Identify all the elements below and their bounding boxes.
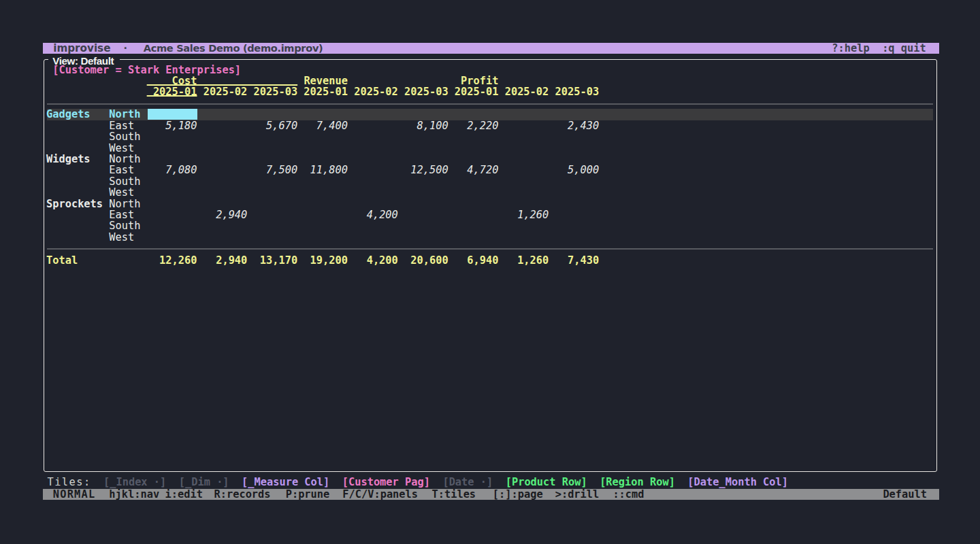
value-cell[interactable] xyxy=(297,175,348,188)
value-cell[interactable] xyxy=(549,108,599,120)
value-cell[interactable]: 7,500 xyxy=(247,164,297,176)
value-cell[interactable] xyxy=(197,175,248,188)
value-cell[interactable] xyxy=(247,108,297,120)
value-cell[interactable] xyxy=(498,186,549,199)
value-cell[interactable] xyxy=(398,220,448,232)
table-row[interactable]: South xyxy=(46,131,599,142)
value-cell[interactable]: 5,670 xyxy=(247,120,297,132)
value-cell[interactable] xyxy=(348,220,398,232)
month-column-header[interactable]: 2025-03 xyxy=(247,86,297,98)
table-row[interactable]: West xyxy=(46,187,599,198)
value-cell[interactable]: 7,080 xyxy=(147,164,197,176)
value-cell[interactable] xyxy=(197,231,248,243)
value-cell[interactable] xyxy=(398,175,448,188)
value-cell[interactable] xyxy=(448,175,499,188)
value-cell[interactable] xyxy=(498,198,549,210)
month-column-header[interactable]: 2025-01 xyxy=(448,86,499,98)
value-cell[interactable] xyxy=(398,209,448,221)
value-cell[interactable]: 8,100 xyxy=(398,120,448,132)
value-cell[interactable] xyxy=(549,231,599,243)
value-cell[interactable] xyxy=(147,142,197,154)
value-cell[interactable] xyxy=(297,186,348,199)
table-row[interactable]: South xyxy=(46,176,599,187)
value-cell[interactable] xyxy=(147,186,197,199)
value-cell[interactable] xyxy=(247,231,297,243)
value-cell[interactable]: 1,260 xyxy=(498,209,549,221)
value-cell[interactable] xyxy=(448,198,499,210)
value-cell[interactable] xyxy=(549,209,599,221)
table-row[interactable]: Gadgets North xyxy=(46,109,599,120)
table-row[interactable]: Widgets North xyxy=(46,154,599,165)
value-cell[interactable]: 5,180 xyxy=(147,120,197,132)
tile-customer[interactable]: [Customer Pag] xyxy=(342,476,430,488)
value-cell[interactable]: 4,720 xyxy=(448,164,499,176)
value-cell[interactable] xyxy=(197,186,248,199)
value-cell[interactable] xyxy=(297,198,348,210)
value-cell[interactable] xyxy=(147,209,197,221)
value-cell[interactable] xyxy=(147,231,197,243)
value-cell[interactable] xyxy=(448,108,499,120)
value-cell[interactable] xyxy=(348,142,398,154)
value-cell[interactable] xyxy=(498,175,549,188)
value-cell[interactable] xyxy=(398,153,448,165)
value-cell[interactable] xyxy=(498,231,549,243)
table-row[interactable]: East 7,080 7,500 11,800 12,500 4,720 5,0… xyxy=(46,165,599,175)
value-cell[interactable] xyxy=(498,108,549,120)
value-cell[interactable] xyxy=(197,131,248,143)
value-cell[interactable] xyxy=(197,164,248,176)
value-cell[interactable] xyxy=(247,198,297,210)
month-column-header[interactable]: 2025-01 xyxy=(297,86,348,98)
value-cell[interactable] xyxy=(147,108,197,120)
value-cell[interactable] xyxy=(247,142,297,154)
value-cell[interactable] xyxy=(398,231,448,243)
value-cell[interactable] xyxy=(348,120,398,132)
value-cell[interactable] xyxy=(197,120,248,132)
value-cell[interactable] xyxy=(247,186,297,199)
value-cell[interactable]: 2,430 xyxy=(549,120,599,132)
tile-_dim[interactable]: [_Dim ·] xyxy=(179,476,229,488)
value-cell[interactable] xyxy=(549,198,599,210)
value-cell[interactable] xyxy=(549,131,599,143)
tile-date[interactable]: [Date ·] xyxy=(442,476,493,488)
month-column-header[interactable]: 2025-03 xyxy=(398,86,448,98)
value-cell[interactable] xyxy=(147,220,197,232)
value-cell[interactable] xyxy=(197,220,248,232)
value-cell[interactable] xyxy=(448,153,499,165)
value-cell[interactable] xyxy=(297,220,348,232)
value-cell[interactable] xyxy=(247,209,297,221)
month-column-header[interactable]: 2025-03 xyxy=(549,86,599,98)
value-cell[interactable] xyxy=(448,231,499,243)
value-cell[interactable] xyxy=(448,220,499,232)
value-cell[interactable] xyxy=(297,209,348,221)
value-cell[interactable] xyxy=(348,131,398,143)
value-cell[interactable]: 2,220 xyxy=(448,120,499,132)
tile-_measure[interactable]: [_Measure Col] xyxy=(242,476,329,488)
value-cell[interactable] xyxy=(348,186,398,199)
value-cell[interactable] xyxy=(197,153,248,165)
value-cell[interactable] xyxy=(498,120,549,132)
value-cell[interactable] xyxy=(498,220,549,232)
month-column-header[interactable]: 2025-02 xyxy=(348,86,398,98)
value-cell[interactable] xyxy=(348,153,398,165)
value-cell[interactable] xyxy=(147,198,197,210)
value-cell[interactable] xyxy=(549,175,599,188)
value-cell[interactable] xyxy=(297,153,348,165)
value-cell[interactable] xyxy=(147,131,197,143)
value-cell[interactable] xyxy=(498,153,549,165)
value-cell[interactable] xyxy=(398,198,448,210)
value-cell[interactable] xyxy=(348,164,398,176)
page-filter[interactable]: [Customer = Stark Enterprises] xyxy=(46,65,241,75)
table-row[interactable]: East 5,180 5,670 7,400 8,100 2,220 2,430 xyxy=(46,120,599,131)
value-cell[interactable] xyxy=(297,108,348,120)
value-cell[interactable] xyxy=(297,142,348,154)
value-cell[interactable]: 4,200 xyxy=(348,209,398,221)
value-cell[interactable] xyxy=(549,153,599,165)
value-cell[interactable] xyxy=(247,175,297,188)
value-cell[interactable] xyxy=(448,186,499,199)
value-cell[interactable]: 12,500 xyxy=(398,164,448,176)
value-cell[interactable] xyxy=(398,142,448,154)
value-cell[interactable] xyxy=(147,175,197,188)
value-cell[interactable]: 5,000 xyxy=(549,164,599,176)
table-row[interactable]: West xyxy=(46,232,599,243)
value-cell[interactable] xyxy=(348,108,398,120)
